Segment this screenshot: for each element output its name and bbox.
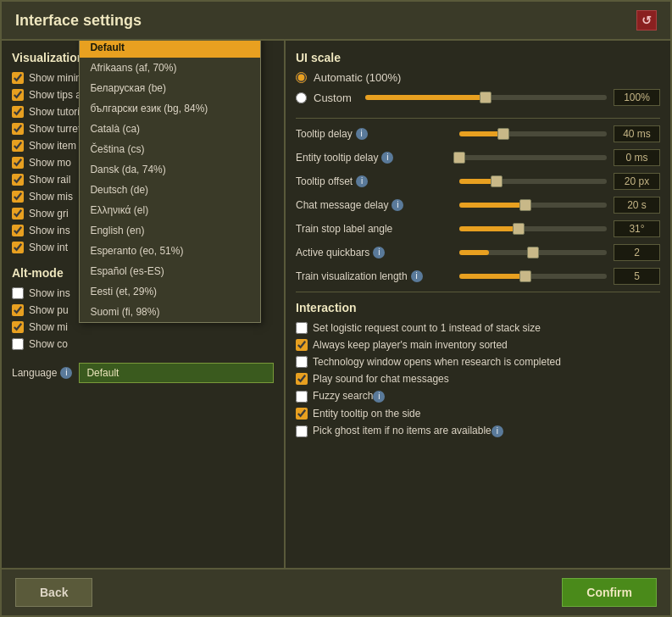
- checkbox-tech-window[interactable]: [296, 356, 308, 368]
- slider-thumb[interactable]: [453, 152, 465, 164]
- slider-container[interactable]: [459, 221, 607, 236]
- checkbox-show-tips[interactable]: [12, 89, 24, 101]
- interaction-title: Interaction: [296, 301, 660, 314]
- info-icon[interactable]: i: [381, 152, 393, 164]
- checkbox-show-tutorial[interactable]: [12, 106, 24, 118]
- language-info-icon[interactable]: i: [60, 367, 72, 379]
- checkbox-alt-show-ins[interactable]: [12, 287, 24, 299]
- slider-container[interactable]: [459, 126, 607, 142]
- automatic-radio[interactable]: [296, 72, 307, 83]
- dropdown-item-suomi-(fi,-98%)[interactable]: Suomi (fi, 98%): [80, 302, 260, 322]
- checkbox-label-show-int: Show int: [29, 242, 68, 253]
- slider-track[interactable]: [459, 274, 607, 279]
- slider-track[interactable]: [459, 179, 607, 184]
- checkbox-label-show-mo: Show mo: [29, 157, 71, 169]
- info-icon-fuzzy-search[interactable]: i: [373, 391, 385, 403]
- slider-thumb[interactable]: [513, 223, 525, 235]
- dropdown-item-deutsch-(de)[interactable]: Deutsch (de): [80, 180, 260, 200]
- checkbox-always-keep[interactable]: [296, 339, 308, 351]
- info-icon[interactable]: i: [392, 199, 403, 211]
- checkbox-play-sound[interactable]: [296, 373, 308, 385]
- automatic-label[interactable]: Automatic (100%): [314, 71, 401, 84]
- slider-thumb[interactable]: [491, 175, 503, 187]
- slider-container[interactable]: [459, 197, 607, 213]
- reset-button[interactable]: ↺: [636, 10, 657, 31]
- checkbox-show-rail[interactable]: [12, 174, 24, 186]
- checkbox-label-pick-ghost: Pick ghost item if no items are availabl…: [313, 425, 503, 437]
- slider-label: Train visualization lengthi: [296, 270, 453, 282]
- dropdown-item-dansk-(da,-74%)[interactable]: Dansk (da, 74%): [80, 159, 260, 180]
- dropdown-item-ελληνικά-(el)[interactable]: Ελληνικά (el): [80, 200, 260, 220]
- slider-row-tooltip-delay: Tooltip delayi 40 ms: [296, 125, 660, 142]
- slider-track[interactable]: [459, 226, 607, 231]
- checkbox-alt-show-co[interactable]: [12, 338, 24, 350]
- slider-container[interactable]: [459, 245, 607, 260]
- info-icon[interactable]: i: [356, 128, 368, 140]
- slider-container[interactable]: [459, 269, 607, 284]
- right-panel: UI scale Automatic (100%) Custom 100%: [286, 41, 670, 568]
- checkbox-show-minimap[interactable]: [12, 72, 24, 84]
- checkbox-entity-tooltip[interactable]: [296, 408, 308, 420]
- checkbox-alt-show-mi[interactable]: [12, 321, 24, 333]
- dropdown-item-esperanto-(eo,-51%)[interactable]: Esperanto (eo, 51%): [80, 241, 260, 261]
- dropdown-item-español-(es-es)[interactable]: Español (es-ES): [80, 261, 260, 281]
- divider-1: [296, 118, 660, 119]
- dropdown-item-afrikaans-(af,-70%)[interactable]: Afrikaans (af, 70%): [80, 58, 260, 78]
- slider-container[interactable]: [459, 174, 607, 189]
- interaction-checkbox-row-play-sound: Play sound for chat messages: [296, 372, 660, 386]
- custom-scale-track[interactable]: [365, 95, 607, 100]
- sliders-container: Tooltip delayi 40 ms Entity tooltip dela…: [296, 125, 660, 285]
- slider-fill: [459, 226, 519, 231]
- checkbox-label-show-grid: Show gri: [29, 208, 69, 220]
- automatic-radio-row: Automatic (100%): [296, 71, 660, 84]
- dropdown-item-български-език-(bg,-84%)[interactable]: български език (bg, 84%): [80, 98, 260, 119]
- info-icon[interactable]: i: [356, 175, 368, 187]
- language-select[interactable]: Default: [79, 363, 274, 383]
- checkbox-show-item-labels[interactable]: [12, 140, 24, 152]
- back-button[interactable]: Back: [15, 578, 92, 607]
- slider-thumb[interactable]: [527, 247, 539, 258]
- slider-row-chat-message-delay: Chat message delayi 20 s: [296, 197, 660, 214]
- slider-track[interactable]: [459, 203, 607, 208]
- checkbox-label-play-sound: Play sound for chat messages: [313, 373, 449, 385]
- dropdown-item-català-(ca)[interactable]: Català (ca): [80, 119, 260, 139]
- slider-container[interactable]: [459, 150, 607, 165]
- info-icon-pick-ghost[interactable]: i: [492, 425, 503, 437]
- dialog-title-bar: Interface settings ↺: [2, 2, 670, 41]
- custom-label[interactable]: Custom: [314, 92, 352, 104]
- interaction-checkbox-row-set-logistic: Set logistic request count to 1 instead …: [296, 321, 660, 335]
- checkbox-show-mo[interactable]: [12, 157, 24, 169]
- info-icon[interactable]: i: [373, 247, 385, 258]
- checkbox-show-int[interactable]: [12, 242, 24, 253]
- slider-thumb[interactable]: [519, 199, 531, 211]
- checkbox-pick-ghost[interactable]: [296, 425, 308, 437]
- checkbox-show-turret[interactable]: [12, 123, 24, 135]
- checkbox-show-grid[interactable]: [12, 208, 24, 220]
- slider-track[interactable]: [459, 250, 607, 255]
- checkbox-show-mis[interactable]: [12, 191, 24, 203]
- slider-row-entity-tooltip-delay: Entity tooltip delayi 0 ms: [296, 149, 660, 166]
- slider-track[interactable]: [459, 155, 607, 160]
- confirm-button[interactable]: Confirm: [562, 578, 657, 607]
- slider-fill: [459, 274, 525, 279]
- ui-scale-title: UI scale: [296, 51, 660, 64]
- slider-track[interactable]: [459, 131, 607, 136]
- checkbox-set-logistic[interactable]: [296, 322, 308, 334]
- checkbox-label-fuzzy-search: Fuzzy searchi: [313, 390, 385, 403]
- custom-radio[interactable]: [296, 92, 307, 103]
- dropdown-item-eesti-(et,-29%)[interactable]: Eesti (et, 29%): [80, 281, 260, 302]
- info-icon[interactable]: i: [411, 270, 423, 282]
- custom-scale-thumb[interactable]: [480, 92, 492, 103]
- slider-thumb[interactable]: [519, 270, 531, 282]
- dropdown-item-čeština-(cs)[interactable]: Čeština (cs): [80, 139, 260, 159]
- checkbox-alt-show-pu[interactable]: [12, 304, 24, 316]
- checkbox-show-ins[interactable]: [12, 225, 24, 236]
- language-dropdown[interactable]: DefaultAfrikaans (af, 70%)Беларуская (be…: [79, 41, 261, 323]
- dropdown-item-беларуская-(be)[interactable]: Беларуская (be): [80, 78, 260, 98]
- checkbox-fuzzy-search[interactable]: [296, 391, 308, 403]
- dropdown-item-english-(en)[interactable]: English (en): [80, 220, 260, 241]
- interaction-checkbox-row-entity-tooltip: Entity tooltip on the side: [296, 407, 660, 420]
- dropdown-item-default[interactable]: Default: [80, 41, 260, 58]
- dialog-body: Visualization Show minimap Show tips and…: [2, 41, 670, 568]
- slider-thumb[interactable]: [497, 128, 509, 140]
